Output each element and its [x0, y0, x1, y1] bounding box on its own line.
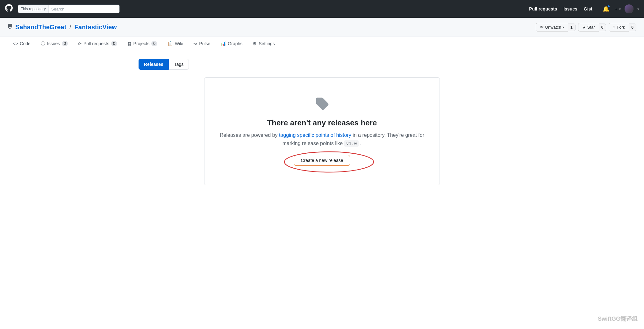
header-actions: 🔔 ＋ ▾ ▾ [603, 4, 639, 13]
plus-icon: ＋ [613, 6, 619, 12]
gist-nav-link[interactable]: Gist [584, 6, 592, 11]
repo-actions: 👁 Unwatch ▾ 1 ★ Star 0 ⑂ Fork 0 [536, 23, 636, 32]
dropdown-arrow-unwatch: ▾ [562, 25, 564, 29]
issues-count: 0 [62, 41, 68, 46]
desc-before: Releases are powered by [220, 132, 277, 138]
wiki-icon: 📋 [168, 41, 173, 46]
page-content: Releases Tags There aren't any releases … [131, 51, 513, 193]
version-tag: v1.0 [344, 140, 359, 147]
unwatch-label: Unwatch [545, 25, 562, 30]
section-tabs: Releases Tags [139, 59, 505, 70]
repo-title: SahandTheGreat / FantasticView [8, 24, 117, 31]
notification-bell[interactable]: 🔔 [603, 5, 610, 12]
tab-graphs[interactable]: 📊 Graphs [215, 37, 247, 51]
empty-description: Releases are powered by tagging specific… [217, 131, 427, 147]
star-label: Star [587, 25, 595, 30]
repo-nav: <> Code ⓘ Issues 0 ⟳ Pull requests 0 ▦ P… [0, 37, 644, 51]
tab-code-label: Code [20, 41, 30, 46]
tab-settings-label: Settings [259, 41, 275, 46]
desc-link[interactable]: tagging specific points of history [279, 132, 351, 138]
graphs-icon: 📊 [220, 41, 226, 46]
tab-code[interactable]: <> Code [8, 37, 36, 51]
tab-wiki[interactable]: 📋 Wiki [162, 37, 188, 51]
fork-button[interactable]: ⑂ Fork [609, 23, 629, 32]
header-nav: Pull requests Issues Gist [529, 6, 592, 11]
tab-graphs-label: Graphs [228, 41, 242, 46]
pr-icon: ⟳ [78, 41, 82, 46]
tab-projects[interactable]: ▦ Projects 0 [122, 37, 162, 51]
notification-dot [607, 5, 610, 8]
fork-group: ⑂ Fork 0 [609, 23, 636, 32]
eye-icon: 👁 [540, 25, 544, 30]
issues-nav-link[interactable]: Issues [563, 6, 577, 11]
avatar-image [625, 4, 633, 13]
create-button-wrapper: Create a new release [294, 155, 350, 166]
repo-header: SahandTheGreat / FantasticView 👁 Unwatch… [0, 18, 644, 37]
tab-settings[interactable]: ⚙ Settings [247, 37, 280, 51]
tab-issues-label: Issues [47, 41, 60, 46]
desc-period: . [360, 141, 361, 146]
tab-pulse[interactable]: ↝ Pulse [188, 37, 215, 51]
unwatch-group: 👁 Unwatch ▾ 1 [536, 23, 576, 32]
unwatch-count: 1 [568, 24, 576, 31]
create-release-button[interactable]: Create a new release [294, 155, 350, 166]
tab-wiki-label: Wiki [175, 41, 183, 46]
search-box[interactable]: This repository [18, 4, 120, 13]
empty-title: There aren't any releases here [217, 118, 427, 127]
avatar[interactable] [625, 4, 633, 13]
code-icon: <> [13, 41, 18, 46]
settings-icon: ⚙ [253, 41, 257, 46]
tab-issues[interactable]: ⓘ Issues 0 [36, 37, 73, 51]
repo-separator: / [69, 24, 71, 31]
unwatch-button[interactable]: 👁 Unwatch ▾ [536, 23, 568, 32]
header: This repository Pull requests Issues Gis… [0, 0, 644, 18]
pull-requests-nav-link[interactable]: Pull requests [529, 6, 557, 11]
tab-pull-requests[interactable]: ⟳ Pull requests 0 [73, 37, 122, 51]
tab-pr-label: Pull requests [83, 41, 109, 46]
tag-icon [217, 97, 427, 113]
pulse-icon: ↝ [193, 41, 197, 46]
pr-count: 0 [111, 41, 117, 46]
new-item-button[interactable]: ＋ ▾ [613, 6, 621, 12]
star-button[interactable]: ★ Star [578, 23, 599, 32]
star-count: 0 [599, 24, 606, 31]
issues-icon: ⓘ [41, 41, 45, 46]
fork-count: 0 [629, 24, 636, 31]
search-prefix: This repository [18, 5, 49, 13]
projects-icon: ▦ [127, 41, 132, 46]
fork-label: Fork [617, 25, 625, 30]
tab-tags[interactable]: Tags [169, 59, 189, 70]
search-input[interactable] [49, 7, 119, 11]
repo-icon [8, 24, 13, 31]
empty-state-card: There aren't any releases here Releases … [204, 77, 440, 185]
avatar-dropdown-arrow[interactable]: ▾ [637, 7, 639, 11]
star-icon: ★ [582, 25, 586, 30]
repo-name-link[interactable]: FantasticView [75, 24, 117, 31]
tab-pulse-label: Pulse [199, 41, 210, 46]
dropdown-arrow: ▾ [619, 7, 621, 11]
tab-projects-label: Projects [133, 41, 150, 46]
projects-count: 0 [151, 41, 157, 46]
tab-releases[interactable]: Releases [139, 59, 169, 70]
fork-icon: ⑂ [613, 25, 615, 30]
repo-owner-link[interactable]: SahandTheGreat [15, 24, 66, 31]
star-group: ★ Star 0 [578, 23, 606, 32]
github-logo[interactable] [5, 4, 13, 14]
